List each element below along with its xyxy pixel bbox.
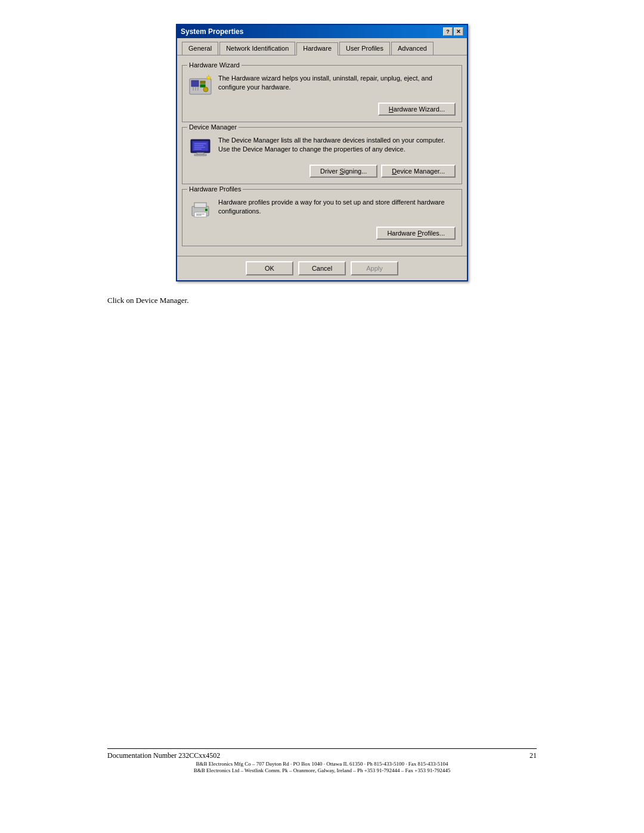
hardware-wizard-description: The Hardware wizard helps you install, u… [218, 74, 456, 92]
title-bar: System Properties ? ✕ [177, 25, 467, 38]
svg-rect-10 [193, 141, 208, 151]
system-properties-dialog: System Properties ? ✕ General Network Id… [176, 24, 468, 281]
device-manager-button[interactable]: Device Manager... [381, 165, 456, 178]
hardware-wizard-group: Hardware Wizard [182, 65, 462, 122]
svg-rect-12 [194, 154, 206, 156]
hardware-wizard-icon [188, 74, 212, 98]
svg-rect-18 [194, 203, 206, 208]
hardware-wizard-button[interactable]: Hardware Wizard... [378, 103, 456, 116]
tab-network-identification[interactable]: Network Identification [219, 42, 295, 55]
tab-general[interactable]: General [182, 42, 218, 55]
title-bar-controls: ? ✕ [443, 27, 463, 36]
apply-button[interactable]: Apply [351, 261, 398, 275]
svg-point-7 [203, 87, 208, 92]
hardware-profiles-title: Hardware Profiles [187, 185, 243, 193]
device-manager-title: Device Manager [187, 123, 239, 131]
doc-number: Documentation Number 232CCxx4502 [107, 751, 220, 760]
footer-line2: B&B Electronics Mfg Co – 707 Dayton Rd ·… [107, 761, 537, 767]
footer-line3: B&B Electronics Ltd – Westlink Comm. Pk … [107, 767, 537, 773]
svg-rect-1 [191, 80, 199, 86]
cancel-button[interactable]: Cancel [298, 261, 346, 275]
page-number: 21 [530, 751, 537, 760]
hardware-profiles-description: Hardware profiles provide a way for you … [218, 198, 456, 216]
close-button[interactable]: ✕ [454, 27, 463, 36]
hardware-profiles-button[interactable]: Hardware Profiles... [376, 227, 456, 240]
tab-hardware[interactable]: Hardware [296, 42, 338, 55]
page-footer: Documentation Number 232CCxx4502 21 B&B … [107, 748, 537, 773]
device-manager-buttons: Driver Signing... Device Manager... [188, 165, 456, 178]
device-manager-group: Device Manager [182, 127, 462, 184]
hardware-profiles-buttons: Hardware Profiles... [188, 227, 456, 240]
svg-rect-2 [200, 81, 205, 83]
device-manager-icon [188, 136, 212, 160]
svg-rect-19 [194, 212, 206, 217]
hardware-profiles-group: Hardware Profiles [182, 189, 462, 246]
hardware-profiles-content: Hardware profiles provide a way for you … [188, 198, 456, 222]
instruction-text: Click on Device Manager. [107, 296, 537, 305]
dialog-title: System Properties [181, 27, 243, 36]
hardware-profiles-icon [188, 198, 212, 222]
ok-button[interactable]: OK [246, 261, 293, 275]
svg-rect-3 [200, 85, 205, 87]
hardware-wizard-title: Hardware Wizard [187, 61, 242, 69]
dialog-body: Hardware Wizard [177, 55, 467, 256]
help-button[interactable]: ? [443, 27, 453, 36]
hardware-wizard-content: The Hardware wizard helps you install, u… [188, 74, 456, 98]
title-bar-content: System Properties [181, 27, 243, 36]
footer-line1: Documentation Number 232CCxx4502 21 [107, 751, 537, 760]
hardware-wizard-buttons: Hardware Wizard... [188, 103, 456, 116]
svg-rect-20 [205, 209, 208, 211]
tab-strip: General Network Identification Hardware … [177, 38, 467, 55]
tab-user-profiles[interactable]: User Profiles [339, 42, 390, 55]
device-manager-content: The Device Manager lists all the hardwar… [188, 136, 456, 160]
device-manager-description: The Device Manager lists all the hardwar… [218, 136, 456, 154]
driver-signing-button[interactable]: Driver Signing... [309, 165, 377, 178]
tab-advanced[interactable]: Advanced [391, 42, 434, 55]
dialog-footer: OK Cancel Apply [177, 256, 467, 280]
